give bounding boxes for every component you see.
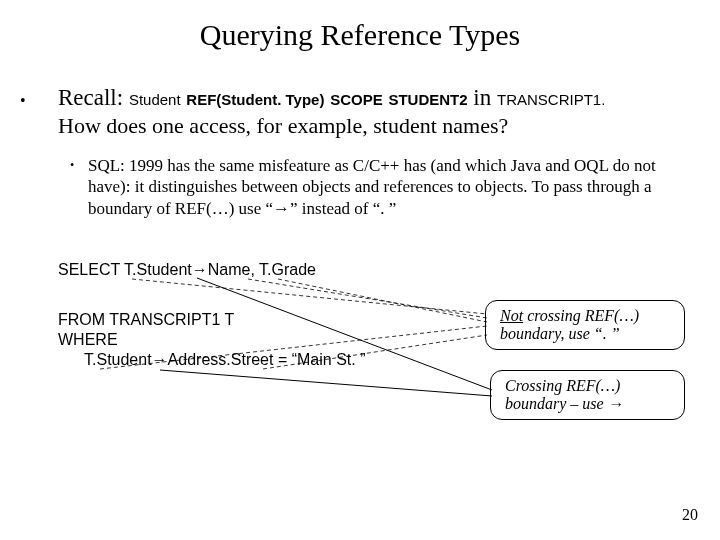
page-number: 20 xyxy=(682,506,698,524)
callout1-line1: crossing REF(…) xyxy=(523,307,639,324)
code-ref: REF(Student. Type) xyxy=(186,91,324,108)
callout2-line1: Crossing REF(…) xyxy=(505,377,620,394)
slide-body: Querying Reference Types • Recall: Stude… xyxy=(0,0,720,540)
recall-label: Recall: xyxy=(58,85,123,110)
sql-name: Name, T xyxy=(208,261,267,278)
sub-bullet: • SQL: 1999 has the same misfeature as C… xyxy=(70,155,680,219)
callout-crossing: Crossing REF(…) boundary – use → xyxy=(490,370,685,420)
sql-l4-address: Address xyxy=(168,351,227,368)
recall-line: Recall: Student REF(Student. Type) SCOPE… xyxy=(58,85,605,111)
callout1-line2: boundary, use “. ” xyxy=(500,325,620,342)
sub-bullet-text: SQL: 1999 has the same misfeature as C/C… xyxy=(88,155,680,219)
sql-student1: Student xyxy=(137,261,192,278)
bullet-dot: • xyxy=(20,92,26,110)
svg-line-1 xyxy=(248,279,487,318)
sql-grade: Grade xyxy=(271,261,315,278)
sql-l4-arrow: → xyxy=(152,351,168,368)
sql-select-kw: SELECT T xyxy=(58,261,132,278)
svg-line-6 xyxy=(160,370,492,396)
how-line: How does one access, for example, studen… xyxy=(58,113,508,139)
code-student: Student xyxy=(129,91,181,108)
svg-line-5 xyxy=(197,278,492,390)
sql-predicate: T.Student→Address.Street = “Main St. ” xyxy=(84,350,365,369)
slide-title: Querying Reference Types xyxy=(0,18,720,52)
sql-arrow1: → xyxy=(192,261,208,278)
code-student2: STUDENT2 xyxy=(388,91,467,108)
svg-line-2 xyxy=(278,279,487,322)
svg-line-0 xyxy=(132,279,487,314)
sql-l4-student: Student xyxy=(96,351,151,368)
sub-bullet-dot: • xyxy=(70,158,74,173)
callout-not-crossing: Not crossing REF(…) boundary, use “. ” xyxy=(485,300,685,350)
code-scope: SCOPE xyxy=(330,91,383,108)
sql-l4-T: T xyxy=(84,351,92,368)
callout1-not: Not xyxy=(500,307,523,324)
in-word: in xyxy=(473,85,491,110)
sql-where: WHERE xyxy=(58,330,118,349)
code-transcript: TRANSCRIPT1. xyxy=(497,91,605,108)
sql-select: SELECT T.Student→Name, T.Grade xyxy=(58,260,316,279)
callout2-line2: boundary – use → xyxy=(505,395,624,412)
sql-from: FROM TRANSCRIPT1 T xyxy=(58,310,234,329)
sql-l4-street: Street = “Main St. ” xyxy=(231,351,366,368)
